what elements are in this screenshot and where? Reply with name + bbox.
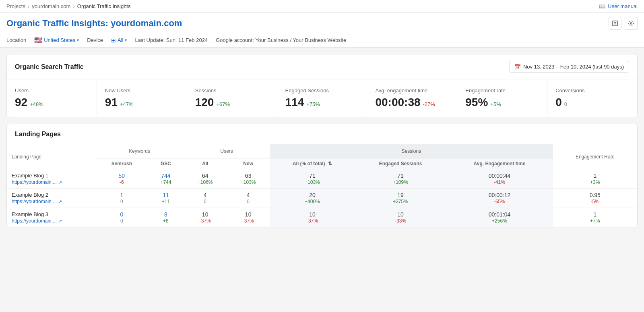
date-range-label: Nov 13, 2023 – Feb 10, 2024 (last 90 day… bbox=[523, 64, 624, 70]
metric-number: 91 bbox=[105, 96, 118, 109]
calendar-icon: 📅 bbox=[514, 64, 521, 70]
sub-all: All bbox=[184, 158, 227, 169]
metric-change: +75% bbox=[306, 101, 320, 107]
external-link-icon: ↗ bbox=[58, 199, 62, 204]
page-url[interactable]: https://yourdomain.... ↗ bbox=[12, 218, 91, 224]
metric-label: Engaged Sessions bbox=[285, 87, 359, 94]
metric-cell-3: Engaged Sessions 114 +75% bbox=[277, 79, 367, 117]
cell-eng-rate: 1 +7% bbox=[553, 208, 637, 227]
metric-change: +67% bbox=[216, 101, 230, 107]
page-name: Example Blog 2 bbox=[12, 192, 91, 198]
metric-cell-4: Avg. engagement time 00:00:38 -27% bbox=[367, 79, 457, 117]
cell-avg-time: 00:00:12 -65% bbox=[446, 189, 553, 208]
breadcrumb-domain[interactable]: yourdomain.com bbox=[32, 3, 70, 9]
metric-value: 92 +48% bbox=[15, 96, 89, 109]
metric-change: +5% bbox=[490, 101, 501, 107]
external-link-icon: ↗ bbox=[58, 218, 62, 224]
settings-button[interactable] bbox=[625, 17, 638, 30]
cell-gsc: 744 +744 bbox=[148, 169, 184, 189]
breadcrumb-sep1: › bbox=[28, 3, 29, 9]
metrics-row: Users 92 +48% New Users 91 +47% Sessions… bbox=[7, 79, 637, 117]
device-value: All bbox=[118, 37, 123, 43]
main-content: Organic Search Traffic 📅 Nov 13, 2023 – … bbox=[0, 48, 644, 234]
us-flag-icon: 🇺🇸 bbox=[34, 36, 42, 44]
landing-pages-title: Landing Pages bbox=[7, 124, 637, 144]
cell-avg-time: 00:01:04 +256% bbox=[446, 208, 553, 227]
header-actions bbox=[609, 17, 638, 30]
location-chevron-icon: ▾ bbox=[77, 38, 79, 42]
metric-label: New Users bbox=[105, 87, 179, 94]
location-value: United States bbox=[44, 37, 75, 43]
col-users: Users bbox=[184, 144, 270, 158]
sub-engaged-sessions: Engaged Sessions bbox=[355, 158, 446, 169]
metric-cell-0: Users 92 +48% bbox=[7, 79, 97, 117]
metric-number: 114 bbox=[285, 96, 304, 109]
metric-number: 00:00:38 bbox=[375, 96, 420, 109]
col-keywords: Keywords bbox=[95, 144, 184, 158]
page-title: Organic Traffic Insights: yourdomain.com bbox=[6, 18, 182, 29]
date-range-button[interactable]: 📅 Nov 13, 2023 – Feb 10, 2024 (last 90 d… bbox=[509, 61, 629, 73]
user-manual-label: User manual bbox=[608, 3, 638, 9]
metric-label: Users bbox=[15, 87, 89, 94]
cell-users-new: 63 +103% bbox=[227, 169, 270, 189]
cell-semrush: 50 -6 bbox=[95, 169, 148, 189]
card-header: Organic Search Traffic 📅 Nov 13, 2023 – … bbox=[7, 54, 637, 79]
metric-label: Sessions bbox=[195, 87, 269, 94]
metric-cell-1: New Users 91 +47% bbox=[97, 79, 187, 117]
sub-new: New bbox=[227, 158, 270, 169]
cell-semrush: 1 0 bbox=[95, 189, 148, 208]
organic-traffic-card: Organic Search Traffic 📅 Nov 13, 2023 – … bbox=[6, 54, 638, 117]
col-sessions: Sessions bbox=[270, 144, 553, 158]
sub-all-pct: All (% of total) ⇅ bbox=[270, 158, 355, 169]
metric-value: 120 +67% bbox=[195, 96, 269, 109]
export-button[interactable] bbox=[609, 17, 621, 30]
cell-sessions-all: 20 +400% bbox=[270, 189, 355, 208]
metric-cell-5: Engagement rate 95% +5% bbox=[457, 79, 547, 117]
cell-gsc: 11 +11 bbox=[148, 189, 184, 208]
page-header: Organic Traffic Insights: yourdomain.com… bbox=[0, 13, 644, 48]
cell-page: Example Blog 1 https://yourdomain.... ↗ bbox=[7, 169, 95, 189]
cell-page: Example Blog 2 https://yourdomain.... ↗ bbox=[7, 189, 95, 208]
cell-engaged: 19 +375% bbox=[355, 189, 446, 208]
user-manual-link[interactable]: 📖 User manual bbox=[599, 3, 638, 9]
sub-avg-time: Avg. Engagement time bbox=[446, 158, 553, 169]
table-row: Example Blog 1 https://yourdomain.... ↗ … bbox=[7, 169, 637, 189]
cell-engaged: 71 +109% bbox=[355, 169, 446, 189]
page-url[interactable]: https://yourdomain.... ↗ bbox=[12, 199, 91, 204]
filter-icon[interactable]: ⇅ bbox=[328, 161, 332, 166]
table-sub-header-row: Semrush GSC All New All (% of total) ⇅ E… bbox=[7, 158, 637, 169]
page-name: Example Blog 3 bbox=[12, 211, 91, 217]
cell-eng-rate: 1 +3% bbox=[553, 169, 637, 189]
metric-value: 0 0 bbox=[555, 96, 629, 109]
breadcrumb-current: Organic Traffic Insights bbox=[77, 3, 131, 9]
table-row: Example Blog 3 https://yourdomain.... ↗ … bbox=[7, 208, 637, 227]
metric-number: 120 bbox=[195, 96, 214, 109]
cell-users-new: 10 -37% bbox=[227, 208, 270, 227]
cell-users-all: 4 0 bbox=[184, 189, 227, 208]
card-title: Organic Search Traffic bbox=[15, 63, 84, 71]
cell-gsc: 8 +8 bbox=[148, 208, 184, 227]
col-engagement-rate: Engagement Rate bbox=[553, 144, 637, 169]
metric-label: Engagement rate bbox=[465, 87, 539, 94]
breadcrumb-projects[interactable]: Projects bbox=[6, 3, 25, 9]
breadcrumb-sep2: › bbox=[73, 3, 74, 9]
device-filter[interactable]: ⊞ All ▾ bbox=[111, 37, 127, 44]
external-link-icon: ↗ bbox=[58, 180, 62, 185]
page-url[interactable]: https://yourdomain.... ↗ bbox=[12, 179, 91, 185]
page-name: Example Blog 1 bbox=[12, 173, 91, 179]
cell-engaged: 10 -33% bbox=[355, 208, 446, 227]
book-icon: 📖 bbox=[599, 3, 605, 9]
metric-change: +48% bbox=[30, 101, 43, 107]
filter-row: Location 🇺🇸 United States ▾ Device ⊞ All… bbox=[6, 33, 638, 47]
location-label: Location bbox=[6, 37, 26, 43]
metric-number: 95% bbox=[465, 96, 488, 109]
cell-semrush: 0 0 bbox=[95, 208, 148, 227]
svg-point-1 bbox=[630, 23, 632, 24]
col-landing-page: Landing Page bbox=[7, 144, 95, 169]
cell-eng-rate: 0.95 -5% bbox=[553, 189, 637, 208]
metric-label: Avg. engagement time bbox=[375, 87, 449, 94]
location-filter[interactable]: 🇺🇸 United States ▾ bbox=[34, 36, 79, 44]
device-label: Device bbox=[87, 37, 103, 43]
cell-sessions-all: 10 -37% bbox=[270, 208, 355, 227]
cell-sessions-all: 71 +103% bbox=[270, 169, 355, 189]
